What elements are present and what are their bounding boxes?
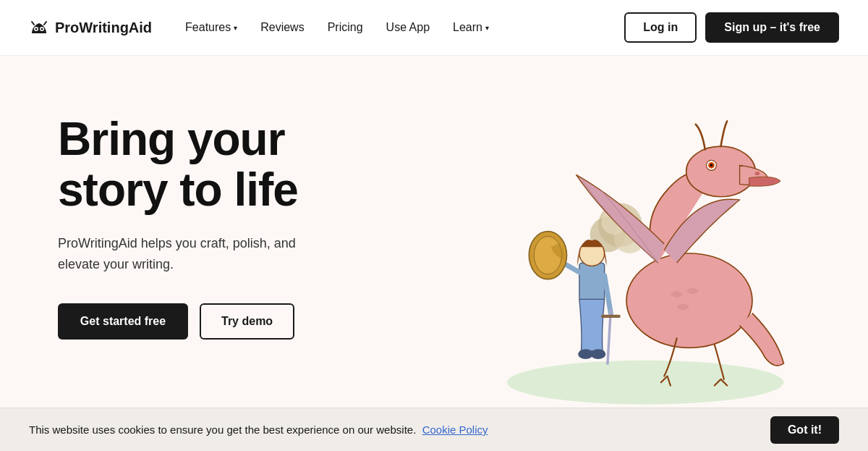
- dragon-illustration: [405, 99, 810, 408]
- chevron-down-icon: ▾: [485, 24, 489, 32]
- svg-point-5: [626, 253, 752, 347]
- hero-buttons: Get started free Try demo: [58, 303, 405, 340]
- nav-item-use-app[interactable]: Use App: [376, 15, 440, 40]
- svg-point-3: [41, 28, 43, 30]
- cta-primary-button[interactable]: Get started free: [58, 303, 188, 340]
- hero-title: Bring your story to life: [58, 114, 405, 216]
- login-button[interactable]: Log in: [624, 12, 697, 43]
- signup-button[interactable]: Sign up – it's free: [705, 12, 839, 43]
- svg-point-24: [591, 349, 606, 359]
- hero-section: Bring your story to life ProWritingAid h…: [0, 56, 868, 408]
- nav-item-learn[interactable]: Learn ▾: [443, 15, 499, 40]
- hero-illustration: [405, 99, 810, 408]
- logo-text: ProWritingAid: [55, 20, 152, 36]
- cookie-message: This website uses cookies to ensure you …: [29, 423, 488, 436]
- nav-links: Features ▾ Reviews Pricing Use App Learn…: [175, 15, 499, 40]
- cta-secondary-button[interactable]: Try demo: [200, 303, 294, 340]
- cookie-banner: This website uses cookies to ensure you …: [0, 408, 868, 451]
- svg-line-20: [605, 275, 611, 313]
- nav-left: ProWritingAid Features ▾ Reviews Pricing…: [29, 15, 499, 40]
- cookie-accept-button[interactable]: Got it!: [770, 416, 839, 444]
- svg-point-13: [710, 164, 712, 167]
- svg-point-4: [507, 361, 784, 405]
- hero-text: Bring your story to life ProWritingAid h…: [58, 99, 405, 340]
- svg-rect-15: [579, 263, 605, 300]
- svg-point-2: [35, 28, 38, 30]
- chevron-down-icon: ▾: [234, 24, 237, 32]
- cookie-policy-link[interactable]: Cookie Policy: [422, 423, 488, 436]
- logo-icon: [29, 17, 49, 38]
- nav-item-features[interactable]: Features ▾: [175, 15, 247, 40]
- svg-line-21: [608, 310, 610, 363]
- navbar: ProWritingAid Features ▾ Reviews Pricing…: [0, 0, 868, 56]
- logo[interactable]: ProWritingAid: [29, 17, 152, 38]
- hero-subtitle: ProWritingAid helps you craft, polish, a…: [58, 233, 333, 275]
- nav-item-reviews[interactable]: Reviews: [250, 15, 314, 40]
- nav-item-pricing[interactable]: Pricing: [318, 15, 373, 40]
- svg-point-14: [754, 172, 760, 175]
- nav-right: Log in Sign up – it's free: [624, 12, 839, 43]
